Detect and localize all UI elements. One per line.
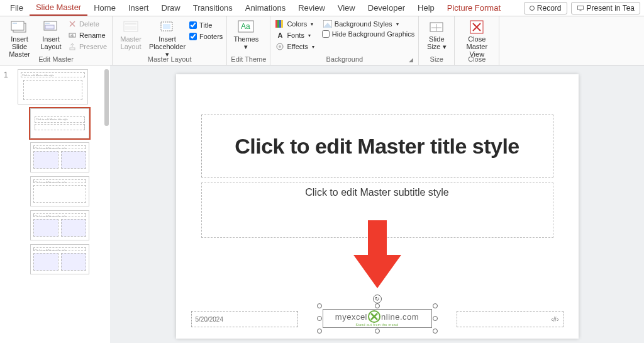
preserve-icon xyxy=(68,42,77,51)
slide-size-button[interactable]: Slide Size ▾ xyxy=(423,19,450,50)
insert-layout-button[interactable]: Insert Layout xyxy=(38,19,64,50)
background-styles-button[interactable]: Background Styles▾ xyxy=(322,19,414,29)
slide-size-icon xyxy=(428,20,445,34)
svg-rect-17 xyxy=(275,20,277,28)
delete-button[interactable]: Delete xyxy=(67,19,108,29)
background-dialog-launcher[interactable]: ◢ xyxy=(409,57,413,63)
tab-slide-master[interactable]: Slide Master xyxy=(30,0,87,16)
footers-checkbox[interactable]: Footers xyxy=(189,33,223,40)
title-checkbox[interactable]: Title xyxy=(189,21,223,29)
presenter-icon xyxy=(577,4,584,12)
group-master-layout: Master Layout Insert Placeholder ▾ Title… xyxy=(113,16,227,65)
record-label: Record xyxy=(537,4,562,13)
close-icon xyxy=(468,20,486,34)
thumb-layout-5[interactable]: Click to edit Master title style xyxy=(30,244,89,274)
svg-rect-5 xyxy=(45,23,50,24)
tab-review[interactable]: Review xyxy=(292,1,331,15)
themes-button[interactable]: Aa Themes▾ xyxy=(231,19,261,51)
insert-slide-master-icon xyxy=(11,20,28,34)
logo-text-pre: myexcel xyxy=(335,312,367,322)
svg-rect-3 xyxy=(13,23,17,24)
thumb-layout-2[interactable]: Click to edit Master title style xyxy=(30,142,89,172)
svg-rect-20 xyxy=(281,20,283,28)
chevron-down-icon: ▾ xyxy=(308,33,311,38)
hide-background-checkbox[interactable]: Hide Background Graphics xyxy=(322,30,414,38)
svg-rect-6 xyxy=(45,25,54,29)
title-tabs: File Slide Master Home Insert Draw Trans… xyxy=(0,0,644,16)
present-button[interactable]: Present in Tea xyxy=(571,2,641,14)
chevron-down-icon: ▾ xyxy=(443,43,447,50)
insert-placeholder-button[interactable]: Insert Placeholder ▾ xyxy=(148,19,187,58)
group-label-edit-theme: Edit Theme xyxy=(231,55,266,64)
thumb-layout-3[interactable]: Click to edit Master title style xyxy=(30,176,89,206)
group-background: Colors▾ A Fonts▾ Effects▾ Background Sty… xyxy=(270,16,419,65)
tab-developer[interactable]: Developer xyxy=(362,1,411,15)
tab-draw[interactable]: Draw xyxy=(155,1,186,15)
annotation-arrow-icon xyxy=(352,220,402,290)
thumb-number: 1 xyxy=(4,70,8,79)
svg-rect-0 xyxy=(577,6,583,9)
resize-handle[interactable] xyxy=(433,316,438,321)
resize-handle[interactable] xyxy=(317,329,322,334)
svg-text:ab: ab xyxy=(70,33,74,37)
group-label-background: Background ◢ xyxy=(274,55,414,64)
thumb-layout-4[interactable]: Click to edit Master title style xyxy=(30,210,89,240)
rename-button[interactable]: ab Rename xyxy=(67,30,108,40)
tab-insert[interactable]: Insert xyxy=(122,1,155,15)
tab-picture-format[interactable]: Picture Format xyxy=(441,1,507,15)
thumb-scrollbar[interactable] xyxy=(104,69,109,126)
rename-icon: ab xyxy=(68,31,77,40)
svg-rect-18 xyxy=(277,20,279,28)
insert-layout-icon xyxy=(42,20,60,34)
preserve-button[interactable]: Preserve xyxy=(67,42,108,52)
group-label-size: Size xyxy=(423,55,450,64)
resize-handle[interactable] xyxy=(433,329,438,334)
tab-file[interactable]: File xyxy=(4,1,30,15)
tab-transitions[interactable]: Transitions xyxy=(187,1,239,15)
date-placeholder[interactable]: 5/20/2024 xyxy=(191,311,298,327)
slide-editor[interactable]: Click to edit Master title style Click t… xyxy=(110,65,644,343)
record-button[interactable]: Record xyxy=(524,2,567,14)
resize-handle[interactable] xyxy=(375,329,380,334)
resize-handle[interactable] xyxy=(317,303,322,308)
thumbnail-panel: 1 Click to edit Master title style Click… xyxy=(0,65,110,343)
tab-home[interactable]: Home xyxy=(87,1,122,15)
fonts-button[interactable]: A Fonts▾ xyxy=(274,30,315,40)
top-right-controls: Record Present in Tea xyxy=(524,2,640,14)
thumb-layout-1[interactable]: Click to edit Master title style xyxy=(30,108,89,138)
resize-handle[interactable] xyxy=(317,316,322,321)
fonts-icon: A xyxy=(275,31,284,40)
colors-button[interactable]: Colors▾ xyxy=(274,19,315,29)
group-label-edit-master: Edit Master xyxy=(4,55,108,64)
master-layout-icon xyxy=(122,20,140,34)
group-label-master-layout: Master Layout xyxy=(116,55,223,64)
chevron-down-icon: ▾ xyxy=(396,21,399,27)
resize-handle[interactable] xyxy=(433,303,438,308)
svg-rect-19 xyxy=(279,20,281,28)
workspace: 1 Click to edit Master title style Click… xyxy=(0,65,644,343)
tab-view[interactable]: View xyxy=(331,1,362,15)
effects-button[interactable]: Effects▾ xyxy=(274,42,315,52)
group-label-close: Close xyxy=(458,55,495,64)
svg-rect-9 xyxy=(70,48,75,50)
master-layout-button[interactable]: Master Layout xyxy=(116,19,145,50)
group-size: Slide Size ▾ Size xyxy=(419,16,455,65)
effects-icon xyxy=(275,42,284,51)
tab-animations[interactable]: Animations xyxy=(239,1,292,15)
insert-slide-master-button[interactable]: Insert Slide Master xyxy=(4,19,35,58)
svg-point-22 xyxy=(279,45,281,48)
present-label: Present in Tea xyxy=(587,4,635,13)
slide-number-placeholder[interactable]: ‹#› xyxy=(457,311,564,327)
resize-handle[interactable] xyxy=(375,303,380,308)
slide-canvas[interactable]: Click to edit Master title style Click t… xyxy=(176,74,579,339)
close-master-view-button[interactable]: Close Master View xyxy=(458,19,495,58)
selected-picture[interactable]: ↻ myexcel nline.com St xyxy=(319,306,435,331)
chevron-down-icon: ▾ xyxy=(244,43,248,50)
themes-icon: Aa xyxy=(237,20,255,34)
master-title-placeholder[interactable]: Click to edit Master title style xyxy=(201,115,553,177)
rotate-handle-icon[interactable]: ↻ xyxy=(373,295,382,303)
svg-rect-12 xyxy=(125,26,136,30)
thumb-master[interactable]: Click to edit Master title style xyxy=(18,69,88,104)
tab-help[interactable]: Help xyxy=(411,1,441,15)
svg-rect-14 xyxy=(163,24,170,29)
